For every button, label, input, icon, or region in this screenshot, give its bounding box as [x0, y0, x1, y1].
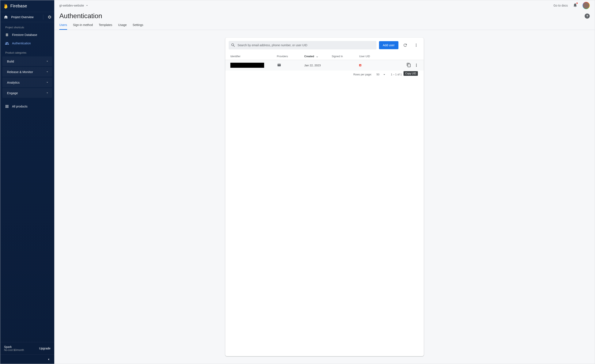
- chevron-down-icon: [45, 91, 49, 95]
- more-vert-icon: [414, 43, 418, 48]
- refresh-button[interactable]: [401, 41, 409, 50]
- rows-per-page-label: Rows per page:: [353, 73, 372, 76]
- add-user-button[interactable]: Add user: [379, 41, 398, 49]
- notifications-button[interactable]: [573, 3, 577, 8]
- cell-identifier: [230, 63, 277, 68]
- pager-range: 1 – 1 of 1: [391, 73, 402, 76]
- avatar[interactable]: [582, 2, 590, 9]
- divider: [43, 14, 43, 20]
- pager: Rows per page: 50 1 – 1 of 1: [225, 71, 424, 80]
- notification-dot: [576, 2, 578, 4]
- search-input[interactable]: [238, 43, 374, 47]
- tab-settings[interactable]: Settings: [133, 23, 143, 30]
- search-field[interactable]: [229, 41, 376, 50]
- copy-uid-tooltip: Copy UID: [404, 71, 418, 76]
- tab-usage[interactable]: Usage: [118, 23, 127, 30]
- plan-row: Spark No-cost $0/month Upgrade: [0, 342, 54, 355]
- categories-title: Product categories: [0, 48, 54, 56]
- grid-icon: [5, 104, 9, 108]
- category-label: Release & Monitor: [7, 70, 33, 74]
- arrow-down-icon: [315, 55, 319, 58]
- firebase-logo-icon: [4, 3, 8, 9]
- row-more-button[interactable]: [414, 63, 419, 68]
- cell-provider: [277, 63, 304, 68]
- firestore-icon: [5, 33, 9, 37]
- copy-uid-button[interactable]: [406, 63, 411, 67]
- toolbar: Add user: [225, 38, 424, 53]
- plan-sub: No-cost $0/month: [4, 349, 24, 351]
- shortcuts-title: Project shortcuts: [0, 22, 54, 31]
- users-card: Add user Identifier Providers Created: [225, 38, 424, 356]
- page-header: Authentication ?: [54, 11, 595, 20]
- sidebar-item-firestore[interactable]: Firestore Database: [0, 31, 54, 39]
- home-icon: [4, 15, 8, 19]
- chevron-down-icon: [45, 80, 49, 84]
- tab-signin-method[interactable]: Sign-in method: [73, 23, 93, 30]
- help-button[interactable]: ?: [585, 14, 590, 19]
- table-header: Identifier Providers Created Signed In U…: [225, 53, 424, 60]
- chevron-left-icon: [47, 357, 50, 361]
- brand-row[interactable]: Firebase: [0, 0, 54, 12]
- plan-name: Spark: [4, 345, 24, 349]
- category-label: Build: [7, 60, 14, 63]
- redacted-identifier: [230, 63, 264, 68]
- refresh-icon: [403, 43, 408, 48]
- go-to-docs-link[interactable]: Go to docs: [553, 4, 568, 7]
- category-label: Analytics: [7, 81, 20, 84]
- tabs: Users Sign-in method Templates Usage Set…: [54, 20, 595, 30]
- project-name: gt-webdev-website: [59, 4, 84, 7]
- col-providers[interactable]: Providers: [277, 55, 304, 58]
- sidebar-item-label: Authentication: [12, 42, 31, 45]
- auth-icon: [5, 41, 9, 45]
- category-engage[interactable]: Engage: [2, 88, 52, 98]
- rows-per-page-select[interactable]: 50: [376, 73, 386, 76]
- chevron-down-icon: [45, 59, 49, 63]
- project-selector[interactable]: gt-webdev-website: [59, 4, 89, 7]
- sidebar: Firebase Project Overview Project shortc…: [0, 0, 54, 364]
- cell-created: Jan 22, 2023: [304, 64, 332, 67]
- rows-per-page-value: 50: [376, 73, 379, 76]
- col-signed-in[interactable]: Signed In: [332, 55, 359, 58]
- content: Add user Identifier Providers Created: [54, 30, 595, 364]
- topbar: gt-webdev-website Go to docs: [54, 0, 595, 11]
- brand-text: Firebase: [10, 4, 27, 8]
- sidebar-item-authentication[interactable]: Authentication: [0, 39, 54, 48]
- category-label: Engage: [7, 91, 18, 95]
- tab-templates[interactable]: Templates: [99, 23, 112, 30]
- col-identifier[interactable]: Identifier: [230, 55, 277, 58]
- all-products-label: All products: [12, 105, 28, 108]
- col-user-uid[interactable]: User UID: [359, 55, 402, 58]
- dropdown-icon: [382, 73, 386, 76]
- redacted-uid-highlight: [359, 64, 361, 66]
- cell-user-uid: [359, 64, 406, 67]
- category-build[interactable]: Build: [2, 56, 52, 66]
- project-overview-label: Project Overview: [11, 15, 39, 19]
- more-options-button[interactable]: [412, 41, 420, 50]
- tab-users[interactable]: Users: [59, 23, 67, 30]
- page-title: Authentication: [59, 12, 102, 20]
- table-row[interactable]: Jan 22, 2023 Copy UID: [225, 60, 424, 71]
- main: gt-webdev-website Go to docs Authenticat…: [54, 0, 595, 364]
- category-analytics[interactable]: Analytics: [2, 78, 52, 87]
- dropdown-icon: [85, 4, 89, 7]
- all-products[interactable]: All products: [0, 102, 54, 111]
- sidebar-item-label: Firestore Database: [12, 33, 37, 36]
- project-overview-row[interactable]: Project Overview: [0, 12, 54, 22]
- collapse-sidebar[interactable]: [0, 355, 54, 364]
- category-release-monitor[interactable]: Release & Monitor: [2, 67, 52, 77]
- email-icon: [277, 63, 282, 67]
- col-created[interactable]: Created: [304, 55, 332, 58]
- gear-icon[interactable]: [48, 15, 52, 19]
- row-actions: Copy UID: [406, 63, 419, 68]
- upgrade-button[interactable]: Upgrade: [39, 347, 50, 350]
- search-icon: [231, 43, 235, 48]
- chevron-down-icon: [45, 70, 49, 74]
